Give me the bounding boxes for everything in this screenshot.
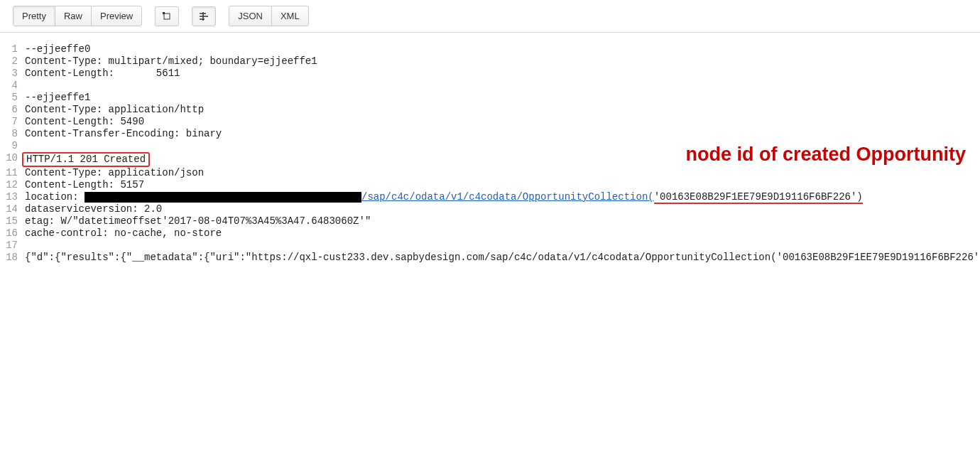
line-number: 2 <box>0 55 25 68</box>
preview-tab[interactable]: Preview <box>91 6 142 26</box>
line-number: 10 <box>0 152 25 167</box>
pretty-tab[interactable]: Pretty <box>13 6 55 26</box>
code-line: Content-Length: 5157 <box>25 179 144 191</box>
copy-button[interactable] <box>155 6 179 26</box>
tool-group-2 <box>192 6 216 26</box>
code-line: Content-Type: application/json <box>25 167 204 179</box>
json-body-line: {"d":{"results":{"__metadata":{"uri":"ht… <box>25 252 952 264</box>
line-number: 15 <box>0 215 25 227</box>
response-body: node id of created Opportunity 1--ejjeef… <box>0 33 980 264</box>
code-line: Content-Length: 5490 <box>25 116 144 128</box>
format-group: JSON XML <box>229 6 308 26</box>
code-line: Content-Length: 5611 <box>25 68 180 80</box>
code-line: --ejjeeffe0 <box>25 43 90 55</box>
copy-icon <box>162 11 172 21</box>
opportunity-guid: '00163E08B29F1EE79E9D19116F6BF226') <box>654 191 863 204</box>
line-number: 11 <box>0 167 25 179</box>
line-number: 7 <box>0 116 25 128</box>
tool-group-1 <box>155 6 179 26</box>
code-line: cache-control: no-cache, no-store <box>25 227 222 240</box>
code-line: --ejjeeffe1 <box>25 92 90 104</box>
line-number: 1 <box>0 43 25 55</box>
line-number: 18 <box>0 252 25 264</box>
response-toolbar: Pretty Raw Preview JSON XML <box>0 0 980 33</box>
view-mode-group: Pretty Raw Preview <box>13 6 142 26</box>
line-number: 12 <box>0 179 25 191</box>
location-header-line: location: /sap/c4c/odata/v1/c4codata/Opp… <box>25 191 863 203</box>
line-number: 8 <box>0 128 25 140</box>
line-number: 3 <box>0 68 25 80</box>
raw-tab[interactable]: Raw <box>55 6 92 26</box>
location-url[interactable]: /sap/c4c/odata/v1/c4codata/OpportunityCo… <box>361 191 654 203</box>
line-number: 13 <box>0 191 25 203</box>
http-status-line: HTTP/1.1 201 Created <box>22 152 150 167</box>
line-number: 9 <box>0 140 25 152</box>
line-number: 4 <box>0 80 25 92</box>
wrap-button[interactable] <box>192 6 216 26</box>
code-line: etag: W/"datetimeoffset'2017-08-04T07%3A… <box>25 215 371 227</box>
xml-tab[interactable]: XML <box>271 6 309 26</box>
wrap-icon <box>199 11 209 21</box>
line-number: 6 <box>0 104 25 116</box>
code-line: dataserviceversion: 2.0 <box>25 203 162 215</box>
svg-rect-1 <box>163 12 165 14</box>
code-line: Content-Type: multipart/mixed; boundary=… <box>25 55 317 68</box>
code-line: Content-Type: application/http <box>25 104 204 116</box>
redacted-host <box>85 192 361 203</box>
line-number: 17 <box>0 240 25 252</box>
code-line: Content-Transfer-Encoding: binary <box>25 128 222 140</box>
line-number: 5 <box>0 92 25 104</box>
json-tab[interactable]: JSON <box>229 6 272 26</box>
svg-rect-0 <box>164 14 170 19</box>
line-number: 14 <box>0 203 25 215</box>
line-number: 16 <box>0 227 25 240</box>
